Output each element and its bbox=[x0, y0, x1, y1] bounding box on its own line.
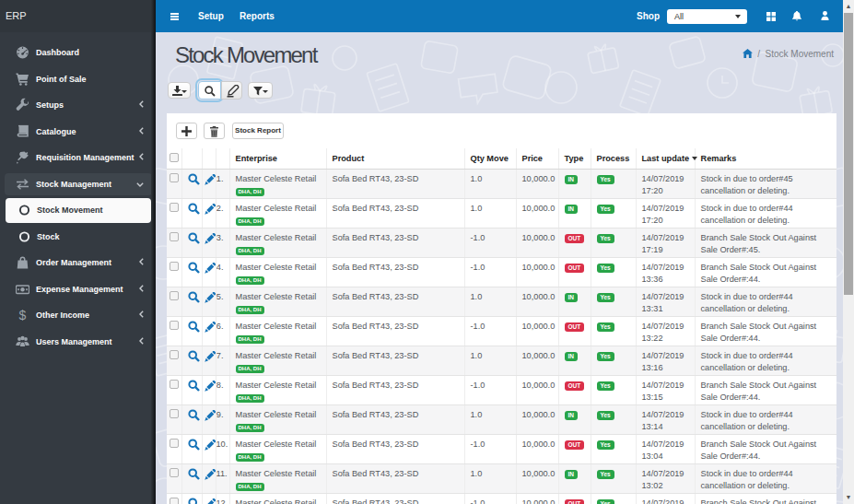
svg-text:$: $ bbox=[19, 309, 27, 322]
